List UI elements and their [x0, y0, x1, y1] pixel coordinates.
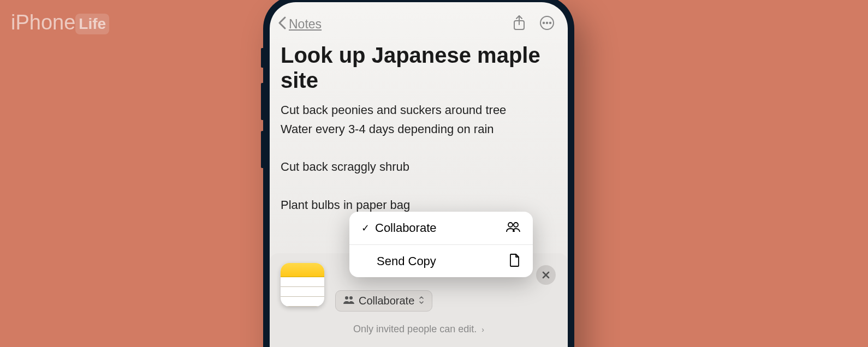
close-button[interactable]	[536, 265, 556, 285]
note-title: Look up Japanese maple site	[281, 43, 557, 93]
phone-frame: Notes Look up Japanese maple si	[263, 0, 574, 347]
chevron-right-icon: ›	[481, 325, 484, 334]
popup-item-collaborate[interactable]: ✓ Collaborate	[349, 212, 533, 244]
watermark-logo: iPhoneLife	[11, 11, 109, 34]
more-icon[interactable]	[539, 15, 555, 33]
svg-point-5	[550, 22, 551, 23]
share-mode-popup: ✓ Collaborate Send Copy	[349, 212, 533, 277]
phone-physical-button-volup	[261, 83, 263, 120]
people-icon	[506, 221, 521, 235]
people-small-icon	[343, 296, 354, 307]
chevron-left-icon	[277, 16, 287, 32]
note-blank-line	[281, 177, 557, 195]
document-icon	[509, 253, 521, 270]
note-content-area[interactable]: Look up Japanese maple site Cut back peo…	[270, 37, 568, 220]
updown-chevron-icon	[419, 296, 424, 306]
share-icon[interactable]	[512, 15, 526, 33]
popup-item-label: Send Copy	[377, 254, 509, 268]
collaborate-dropdown-label: Collaborate	[359, 295, 414, 307]
svg-point-8	[345, 296, 348, 300]
phone-screen: Notes Look up Japanese maple si	[270, 2, 568, 347]
back-label: Notes	[289, 17, 322, 32]
close-icon	[542, 271, 550, 279]
back-button[interactable]: Notes	[277, 16, 499, 32]
nav-bar: Notes	[270, 2, 568, 37]
popup-item-send-copy[interactable]: Send Copy	[349, 244, 533, 277]
checkmark-icon: ✓	[361, 222, 370, 234]
svg-point-6	[508, 223, 513, 227]
share-permissions-label: Only invited people can edit.	[353, 324, 477, 334]
watermark-prefix: iPhone	[11, 11, 75, 34]
watermark-suffix: Life	[75, 14, 109, 34]
note-line: Cut back peonies and suckers around tree	[281, 100, 557, 119]
note-line: Water every 3-4 days depending on rain	[281, 119, 557, 139]
notes-app-icon	[281, 263, 324, 307]
phone-physical-button-silence	[261, 48, 263, 68]
popup-item-label: Collaborate	[375, 221, 506, 235]
note-blank-line	[281, 139, 557, 157]
phone-physical-button-voldown	[261, 131, 263, 168]
svg-point-4	[546, 22, 548, 23]
note-line: Cut back scraggly shrub	[281, 157, 557, 176]
collaborate-dropdown[interactable]: Collaborate	[335, 290, 432, 312]
svg-point-9	[349, 296, 353, 300]
share-permissions-button[interactable]: Only invited people can edit. ›	[281, 324, 557, 335]
note-body: Cut back peonies and suckers around tree…	[281, 100, 557, 214]
svg-point-7	[514, 223, 518, 227]
svg-point-3	[543, 22, 544, 23]
